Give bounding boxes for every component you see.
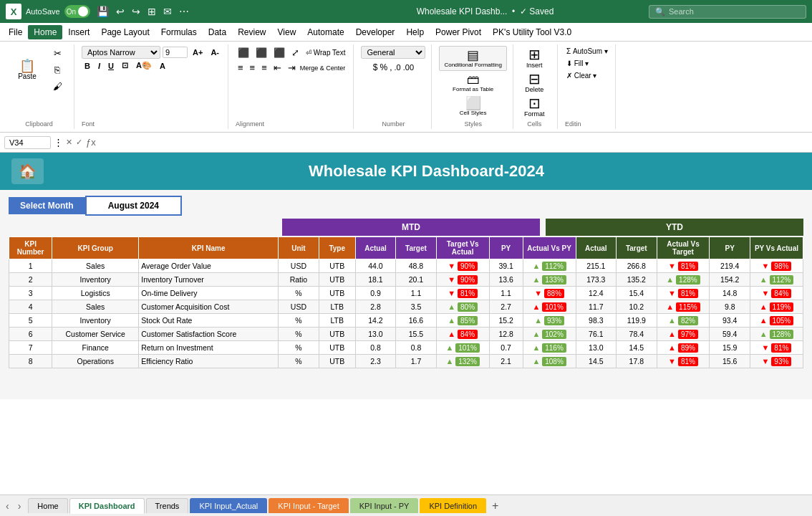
italic-button[interactable]: I [95, 61, 103, 71]
cell-styles-button[interactable]: ⬜ Cell Styles [455, 95, 491, 118]
number-format-select[interactable]: General [361, 46, 425, 59]
cell-mtd-tva: ▼ 90% [436, 273, 489, 287]
currency-button[interactable]: $ [373, 62, 378, 72]
align-right-button[interactable]: ≡ [259, 61, 269, 75]
align-left-button[interactable]: ≡ [236, 61, 246, 75]
cell-ytd-pvsa: ▼ 93% [750, 355, 803, 368]
wrap-text-button[interactable]: ⏎ Wrap Text [304, 47, 347, 58]
decimal-increase-button[interactable]: .0 [395, 63, 401, 72]
table-header-row: KPINumber KPI Group KPI Name Unit Type A… [9, 237, 803, 259]
table-row: 8 Operations Efficiency Ratio % UTB 2.3 … [9, 355, 803, 368]
menu-data[interactable]: Data [203, 25, 232, 39]
menu-insert[interactable]: Insert [62, 25, 95, 39]
font-grow-button[interactable]: A+ [190, 47, 206, 57]
menu-pk-utility[interactable]: PK's Utility Tool V3.0 [487, 25, 577, 39]
align-top-center-button[interactable]: ⬛ [253, 46, 269, 59]
orientation-button[interactable]: ⤢ [289, 46, 301, 59]
indent-decrease-button[interactable]: ⇤ [271, 61, 284, 75]
tab-next-button[interactable]: › [15, 499, 24, 513]
search-input[interactable] [669, 7, 783, 16]
tab-kpi-dashboard[interactable]: KPI Dashboard [69, 498, 145, 514]
more-icon[interactable]: ⋯ [177, 4, 191, 19]
cell-num: 8 [9, 355, 52, 368]
formula-input[interactable] [99, 137, 808, 148]
underline-button[interactable]: U [105, 61, 117, 71]
tab-home[interactable]: Home [28, 498, 67, 513]
align-top-left-button[interactable]: ⬛ [236, 46, 251, 59]
delete-icon: ⊟ [528, 72, 541, 86]
paste-button[interactable]: 📋 Paste [10, 57, 44, 82]
menu-developer[interactable]: Developer [350, 25, 401, 39]
tab-trends[interactable]: Trends [146, 498, 189, 513]
comma-button[interactable]: , [390, 62, 392, 72]
th-mtd-target: Target [396, 237, 436, 259]
fill-color-button[interactable]: A🎨 [133, 60, 155, 71]
cut-button[interactable]: ✂ [47, 46, 68, 61]
menu-automate[interactable]: Automate [301, 25, 349, 39]
delete-button[interactable]: ⊟ Delete [521, 70, 547, 95]
cell-name: Return on Investment [139, 341, 279, 355]
menu-formulas[interactable]: Formulas [155, 25, 203, 39]
copy-button[interactable]: ⎘ [47, 62, 68, 77]
format-painter-button[interactable]: 🖌 [47, 79, 68, 94]
indent-increase-button[interactable]: ⇥ [286, 61, 298, 75]
format-button[interactable]: ⊡ Format [521, 95, 548, 119]
formula-cancel-icon[interactable]: ✕ [66, 138, 72, 147]
cell-unit: USD [279, 300, 319, 314]
table-row: 7 Finance Return on Investment % UTB 0.8… [9, 341, 803, 355]
cell-ytd-target: 14.5 [617, 341, 657, 355]
filename-label: Wholesale KPI Dashb... [417, 6, 508, 16]
title-bar-left: X AutoSave On 💾 ↩ ↪ ⊞ ✉ ⋯ [6, 4, 322, 19]
font-shrink-button[interactable]: A- [208, 47, 222, 57]
formula-settings-icon[interactable]: ⋮ [54, 137, 63, 148]
menu-help[interactable]: Help [400, 25, 430, 39]
autosum-button[interactable]: Σ AutoSum ▾ [565, 46, 609, 57]
menu-file[interactable]: File [3, 25, 28, 39]
cell-ytd-actual: 173.3 [576, 273, 616, 287]
cell-unit: % [279, 355, 319, 368]
bold-button[interactable]: B [82, 61, 93, 71]
menu-review[interactable]: Review [232, 25, 271, 39]
align-top-right-button[interactable]: ⬛ [271, 46, 287, 59]
border-button[interactable]: ⊡ [119, 60, 131, 71]
add-tab-button[interactable]: + [488, 500, 503, 512]
save-icon[interactable]: 💾 [95, 4, 111, 19]
th-mtd-avpy: Actual Vs PY [523, 237, 576, 259]
select-month-button[interactable]: Select Month [9, 197, 85, 214]
menu-power-pivot[interactable]: Power Pivot [430, 25, 487, 39]
merge-center-button[interactable]: Merge & Center [300, 64, 346, 72]
font-color-button[interactable]: A [157, 61, 168, 71]
menu-page-layout[interactable]: Page Layout [95, 25, 155, 39]
tab-kpi-definition[interactable]: KPI Definition [420, 498, 486, 513]
menu-view[interactable]: View [272, 25, 302, 39]
cell-mtd-actual: 0.9 [355, 287, 395, 300]
decimal-decrease-button[interactable]: .00 [403, 63, 414, 72]
clear-button[interactable]: ✗ Clear ▾ [565, 70, 598, 81]
email-icon[interactable]: ✉ [161, 4, 174, 19]
menu-home[interactable]: Home [28, 25, 62, 39]
redo-icon[interactable]: ↪ [130, 4, 142, 19]
tab-kpi-input-py[interactable]: KPI Input - PY [350, 498, 419, 513]
home-icon-wrap[interactable]: 🏠 [11, 158, 44, 184]
cell-ytd-py: 15.9 [710, 341, 750, 355]
format-as-table-button[interactable]: 🗃 Format as Table [448, 71, 498, 95]
cell-reference-input[interactable] [4, 136, 51, 149]
table-icon[interactable]: ⊞ [145, 4, 158, 19]
tab-kpi-input-actual[interactable]: KPI Input_Actual [190, 498, 267, 513]
tab-prev-button[interactable]: ‹ [3, 499, 12, 513]
conditional-formatting-button[interactable]: ▤ Conditional Formatting [439, 46, 506, 71]
font-size-input[interactable] [163, 47, 188, 58]
font-group: Aptos Narrow A+ A- B I U ⊡ A🎨 A Font [76, 44, 228, 129]
font-name-select[interactable]: Aptos Narrow [82, 46, 160, 59]
undo-icon[interactable]: ↩ [114, 4, 127, 19]
tab-kpi-input-target[interactable]: KPI Input - Target [269, 498, 348, 513]
align-center-button[interactable]: ≡ [248, 61, 258, 75]
search-box[interactable]: 🔍 [649, 5, 806, 19]
formula-confirm-icon[interactable]: ✓ [76, 138, 82, 147]
insert-button[interactable]: ⊞ Insert [523, 46, 546, 70]
percent-button[interactable]: % [380, 62, 388, 72]
fill-button[interactable]: ⬇ Fill ▾ [565, 58, 590, 69]
autosave-toggle[interactable]: On [64, 5, 90, 18]
cell-name: Average Order Value [139, 259, 279, 273]
formula-insert-function-icon[interactable]: ƒx [86, 137, 96, 148]
